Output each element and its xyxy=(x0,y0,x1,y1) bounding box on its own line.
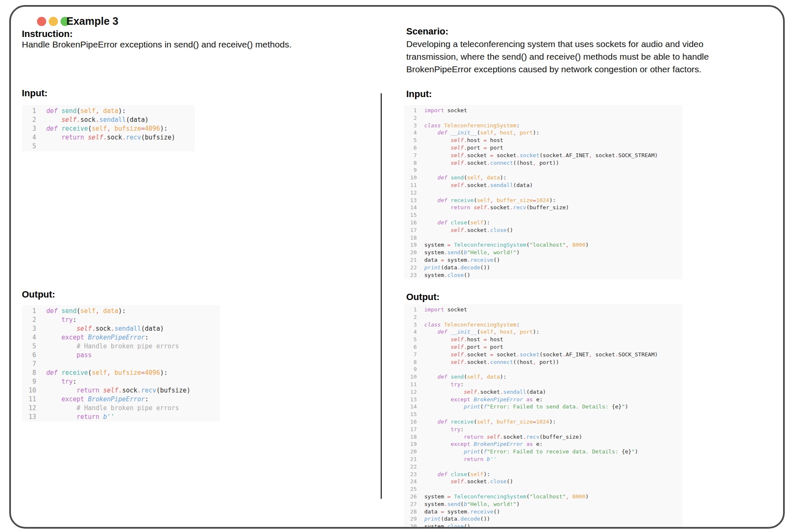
code-block-right-output: 1import socket23class TeleconferencingSy… xyxy=(404,304,682,529)
code-text: def send(self, data): xyxy=(424,373,507,381)
line-number: 12 xyxy=(404,388,417,396)
code-text: self.socket.sendall(data) xyxy=(424,182,533,189)
code-line: 12 xyxy=(404,189,682,197)
code-text: def receive(self, bufsize=4096): xyxy=(46,124,168,133)
code-line: 10 return self.sock.recv(bufsize) xyxy=(22,386,220,395)
code-line: 8 self.socket.connect((host, port)) xyxy=(404,159,682,167)
code-text: except BrokenPipeError: xyxy=(46,333,149,342)
line-number: 12 xyxy=(404,189,417,197)
code-line: 1import socket xyxy=(404,107,682,114)
line-number: 10 xyxy=(404,373,417,381)
code-text: system.send(b"Hello, world!") xyxy=(424,249,520,256)
line-number: 5 xyxy=(22,342,36,351)
code-text: self.port = port xyxy=(424,343,503,351)
code-text: import socket xyxy=(424,306,467,313)
code-line: 1def send(self, data): xyxy=(22,307,220,316)
line-number: 28 xyxy=(404,508,417,516)
code-line: 3class TeleconferencingSystem: xyxy=(404,122,682,129)
line-number: 19 xyxy=(404,241,417,249)
code-text: self.socket.sendall(data) xyxy=(424,388,546,396)
code-text: try: xyxy=(424,426,464,433)
line-number: 21 xyxy=(404,456,417,463)
line-number: 8 xyxy=(22,369,36,377)
line-number: 4 xyxy=(404,328,417,336)
scenario-heading: Scenario: xyxy=(406,26,448,37)
code-text: data = system.receive() xyxy=(424,256,500,264)
line-number: 8 xyxy=(404,159,417,167)
input-heading-left: Input: xyxy=(22,88,47,99)
code-line: 27system.send(b"Hello, world!") xyxy=(404,500,682,508)
code-line: 5 xyxy=(22,142,195,151)
traffic-light-yellow-icon xyxy=(49,17,58,26)
code-line: 21data = system.receive() xyxy=(404,256,682,264)
code-line: 4 def __init__(self, host, port): xyxy=(404,129,682,137)
code-text: return b'' xyxy=(46,413,115,421)
line-number: 7 xyxy=(404,351,417,358)
output-heading-left: Output: xyxy=(22,289,55,300)
line-number: 15 xyxy=(404,211,417,219)
code-line: 25 xyxy=(404,485,682,493)
line-number: 3 xyxy=(404,122,417,129)
line-number: 1 xyxy=(404,306,417,313)
code-text: return self.sock.recv(bufsize) xyxy=(46,133,175,142)
code-line: 29print(data.decode()) xyxy=(404,515,682,523)
line-number: 20 xyxy=(404,448,417,456)
line-number: 19 xyxy=(404,440,417,448)
instruction-heading: Instruction: xyxy=(22,29,73,40)
code-line: 3 self.sock.sendall(data) xyxy=(22,324,220,333)
code-text: self.socket.close() xyxy=(424,226,513,234)
code-line: 14 print(f"Error: Failed to send data. D… xyxy=(404,403,682,411)
code-line: 12 self.socket.sendall(data) xyxy=(404,388,682,396)
line-number: 9 xyxy=(404,366,417,373)
code-text: def send(self, data): xyxy=(46,107,126,116)
line-number: 18 xyxy=(404,433,417,441)
code-line: 7 self.socket = socket.socket(socket.AF_… xyxy=(404,351,682,358)
line-number: 23 xyxy=(404,471,417,478)
scenario-text: Developing a teleconferencing system tha… xyxy=(406,38,709,76)
line-number: 7 xyxy=(22,360,36,369)
line-number: 2 xyxy=(22,316,36,324)
code-line: 5 # Handle broken pipe errors xyxy=(22,342,220,351)
code-line: 11 except BrokenPipeError: xyxy=(22,395,220,404)
code-text: def close(self): xyxy=(424,219,490,226)
traffic-light-red-icon xyxy=(37,17,46,26)
code-text: try: xyxy=(424,381,464,388)
line-number: 6 xyxy=(22,351,36,360)
code-text: self.socket.connect((host, port)) xyxy=(424,159,559,167)
code-line: 5 self.host = host xyxy=(404,336,682,343)
code-line: 4 def __init__(self, host, port): xyxy=(404,328,682,336)
line-number: 16 xyxy=(404,418,417,426)
line-number: 20 xyxy=(404,249,417,256)
code-text: def __init__(self, host, port): xyxy=(424,328,539,336)
line-number: 3 xyxy=(22,124,36,133)
line-number: 2 xyxy=(404,114,417,122)
code-line: 11 self.socket.sendall(data) xyxy=(404,182,682,189)
line-number: 3 xyxy=(22,324,36,333)
line-number: 4 xyxy=(22,333,36,342)
line-number: 27 xyxy=(404,500,417,508)
code-line: 10 def send(self, data): xyxy=(404,373,682,381)
line-number: 13 xyxy=(404,197,417,204)
code-text: def receive(self, buffer_size=1024): xyxy=(424,418,556,426)
code-text: self.host = host xyxy=(424,137,503,144)
code-line: 26system = TeleconferencingSystem("local… xyxy=(404,493,682,500)
code-text: except BrokenPipeError as e: xyxy=(424,440,543,448)
code-text: except BrokenPipeError as e: xyxy=(424,396,543,403)
code-line: 23system.close() xyxy=(404,271,682,279)
code-text: try: xyxy=(46,377,76,386)
code-text: self.host = host xyxy=(424,336,503,343)
code-line: 13 return b'' xyxy=(22,413,220,421)
line-number: 21 xyxy=(404,256,417,264)
code-text: # Handle broken pipe errors xyxy=(46,404,179,413)
code-text: return self.socket.recv(buffer_size) xyxy=(424,204,569,211)
line-number: 9 xyxy=(404,166,417,174)
code-text: self.socket = socket.socket(socket.AF_IN… xyxy=(424,152,658,159)
line-number: 18 xyxy=(404,234,417,242)
code-text: def send(self, data): xyxy=(424,174,507,182)
code-line: 24 self.socket.close() xyxy=(404,478,682,485)
code-line: 15 xyxy=(404,411,682,418)
code-line: 12 # Handle broken pipe errors xyxy=(22,404,220,413)
code-text: self.socket.connect((host, port)) xyxy=(424,358,559,366)
code-line: 17 try: xyxy=(404,426,682,433)
code-line: 10 def send(self, data): xyxy=(404,174,682,182)
